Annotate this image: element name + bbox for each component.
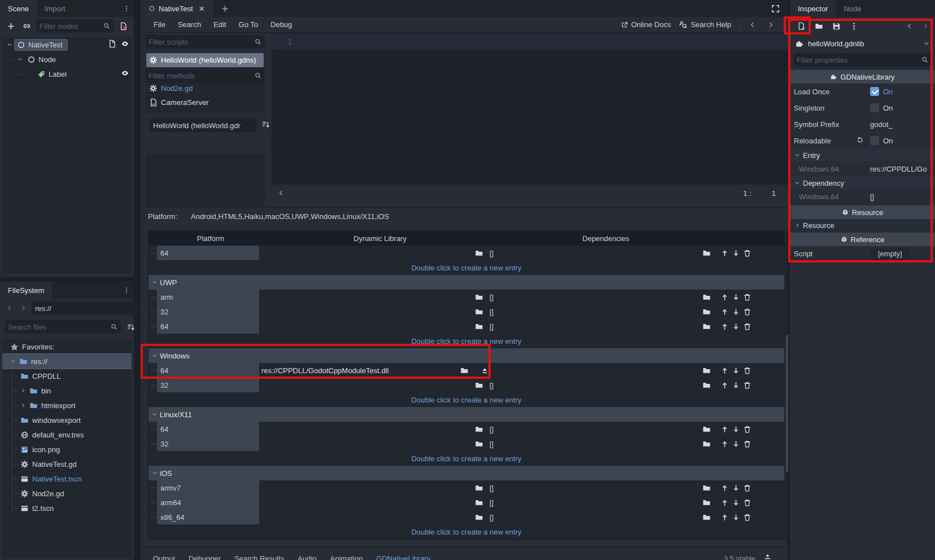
move-down-button[interactable] [730, 247, 741, 259]
entry-row-64[interactable]: 64[] [148, 319, 784, 334]
open-script-button[interactable] [108, 40, 116, 50]
scene-tree-row-label[interactable]: Label [2, 67, 132, 81]
fs-row-nativetest-tscn[interactable]: NativeTest.tscn [2, 471, 132, 486]
toggle-scripts-panel-button[interactable] [275, 187, 287, 199]
filter-scripts-input[interactable] [145, 38, 255, 46]
filter-nodes-input[interactable] [36, 22, 103, 30]
bottom-tab-audio[interactable]: Audio [292, 554, 322, 560]
entry-row-32[interactable]: 32[] [148, 304, 784, 319]
checkbox[interactable] [870, 87, 879, 96]
script-item-cameraserver[interactable]: CameraServer [146, 95, 264, 110]
new-resource-button[interactable] [795, 20, 807, 32]
instance-scene-button[interactable] [20, 20, 33, 32]
save-resource-button[interactable] [830, 20, 842, 32]
fs-row-res-[interactable]: res:// [2, 354, 132, 369]
platform-windows[interactable]: Windows [311, 212, 341, 221]
clear-script-button[interactable] [117, 20, 129, 32]
distraction-free-button[interactable] [768, 0, 783, 17]
move-up-button[interactable] [719, 511, 730, 523]
browse-dependency-button[interactable] [701, 305, 712, 318]
browse-library-button[interactable] [473, 423, 485, 435]
filter-methods-input[interactable] [145, 72, 255, 80]
move-up-button[interactable] [719, 438, 730, 450]
move-down-button[interactable] [730, 511, 741, 523]
move-up-button[interactable] [719, 305, 730, 318]
move-up-button[interactable] [719, 291, 730, 303]
entry-value[interactable]: res://CPPDLL/Go [866, 161, 935, 176]
scene-tree-row-nativetest[interactable]: NativeTest [2, 37, 132, 52]
fs-search-input[interactable] [5, 323, 111, 331]
table-scrollbar[interactable] [786, 230, 788, 544]
section-ios[interactable]: iOS [148, 466, 784, 480]
fs-row-nativetest-gd[interactable]: NativeTest.gd [2, 457, 132, 471]
move-up-button[interactable] [719, 364, 730, 377]
menu-edit[interactable]: Edit [207, 20, 232, 29]
new-scene-tab-button[interactable] [213, 0, 237, 17]
expand-bottom-panel-button[interactable] [761, 553, 774, 560]
load-resource-button[interactable] [812, 20, 825, 32]
platform-haiku[interactable]: Haiku [244, 212, 263, 221]
filesystem-menu-button[interactable] [119, 282, 134, 299]
move-down-button[interactable] [730, 364, 741, 377]
move-up-button[interactable] [719, 496, 730, 509]
move-down-button[interactable] [730, 305, 741, 318]
delete-entry-button[interactable] [741, 320, 753, 333]
section-resource[interactable]: Resource [790, 219, 935, 231]
browse-dependency-button[interactable] [701, 320, 712, 333]
delete-entry-button[interactable] [741, 438, 753, 450]
menu-go-to[interactable]: Go To [233, 20, 264, 29]
browse-library-button[interactable] [473, 438, 485, 450]
menu-file[interactable]: File [147, 20, 172, 29]
menu-debug[interactable]: Debug [264, 20, 298, 29]
checkbox[interactable] [870, 103, 879, 112]
delete-entry-button[interactable] [741, 291, 753, 303]
bottom-tab-gdnativelibrary[interactable]: GDNativeLibrary [370, 554, 436, 560]
platform-ios[interactable]: iOS [377, 212, 389, 221]
menu-search[interactable]: Search [172, 20, 207, 29]
section-dependency[interactable]: Dependency [790, 177, 935, 189]
delete-entry-button[interactable] [741, 364, 753, 377]
create-new-entry-link[interactable]: Double click to create a new entry [148, 451, 784, 466]
delete-entry-button[interactable] [741, 423, 753, 435]
close-tab-icon[interactable]: ✕ [199, 5, 205, 13]
revert-button[interactable] [857, 137, 863, 145]
platform-uwp[interactable]: UWP [292, 212, 309, 221]
fs-path-input[interactable] [32, 304, 138, 313]
clear-library-button[interactable] [478, 364, 491, 377]
browse-library-button[interactable] [473, 511, 485, 523]
tab-inspector[interactable]: Inspector [790, 0, 836, 17]
visibility-toggle[interactable] [121, 40, 129, 50]
inspector-history-forward-button[interactable] [921, 20, 930, 32]
entry-row-arm[interactable]: arm[] [148, 290, 784, 304]
browse-dependency-button[interactable] [701, 423, 712, 435]
move-down-button[interactable] [730, 496, 741, 509]
checkbox[interactable] [870, 136, 879, 145]
delete-entry-button[interactable] [741, 511, 753, 523]
dependency-value[interactable]: [] [866, 189, 935, 204]
browse-dependency-button[interactable] [701, 364, 712, 377]
resource-selector[interactable]: helloWorld.gdnlib [790, 35, 935, 52]
script-history-forward-button[interactable] [766, 19, 776, 31]
section-linux-x11[interactable]: Linux/X11 [148, 407, 784, 422]
delete-entry-button[interactable] [741, 379, 753, 391]
entry-row-arm64[interactable]: arm64[] [148, 495, 784, 510]
text-value[interactable]: godot_ [870, 120, 893, 129]
entry-row-x86_64[interactable]: x86_64[] [148, 510, 784, 524]
scene-tree-row-node[interactable]: Node [2, 52, 132, 67]
script-item-nod2e-gd[interactable]: Nod2e.gd [146, 81, 264, 95]
bottom-tab-debugger[interactable]: Debugger [183, 554, 226, 560]
fs-row-icon-png[interactable]: icon.png [2, 442, 132, 457]
entry-row-64[interactable]: 64[] [148, 422, 784, 436]
inspector-history-back-button[interactable] [905, 20, 914, 32]
script-value-dropdown[interactable]: [empty] [870, 248, 910, 260]
resource-extra-menu-button[interactable] [847, 20, 860, 32]
entry-row-64[interactable]: 64res://CPPDLL/GodotCppModuleTest.dll [148, 363, 784, 378]
scene-tab-nativetest[interactable]: NativeTest ✕ [141, 0, 213, 17]
create-new-entry-link[interactable]: Double click to create a new entry [148, 334, 784, 348]
search-help-button[interactable]: Search Help [679, 20, 731, 29]
move-up-button[interactable] [719, 247, 730, 259]
move-down-button[interactable] [730, 320, 741, 333]
browse-dependency-button[interactable] [701, 291, 712, 303]
code-text-area[interactable]: 1 [272, 33, 870, 185]
move-up-button[interactable] [719, 320, 730, 333]
